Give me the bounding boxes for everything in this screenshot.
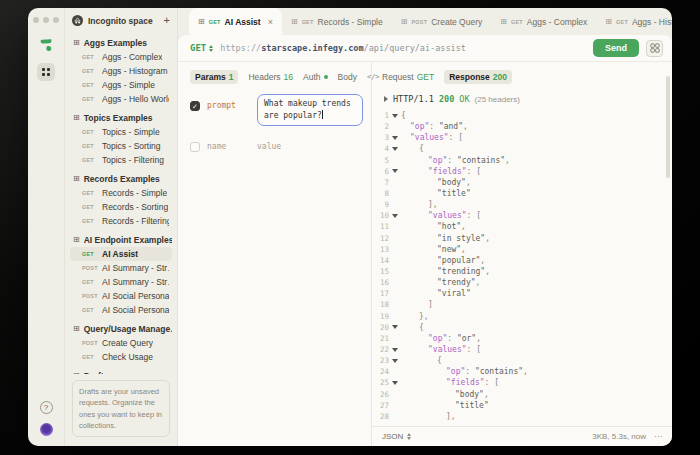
line-number: 27 — [374, 401, 389, 410]
line-number: 12 — [374, 234, 389, 243]
http-status-line[interactable]: HTTP/1.1 200 OK (25 headers) — [372, 94, 672, 104]
request-label: AI Summary - Str… — [102, 277, 169, 287]
line-number: 8 — [374, 189, 389, 198]
format-dropdown[interactable]: JSON — [382, 432, 403, 441]
param-name[interactable]: prompt — [207, 101, 257, 110]
collection-icon: ⊞ — [198, 18, 205, 26]
sidebar-request-item[interactable]: GET Records - Sorting — [70, 200, 172, 214]
workspace-header[interactable]: Incognito space + — [65, 8, 177, 33]
request-tab[interactable]: ⊞ GET Records - Simple — [282, 8, 392, 35]
request-tab[interactable]: ⊞ GET Aggs - Complex — [491, 8, 596, 35]
sidebar-request-item[interactable]: POST AI Social Persona… — [70, 289, 172, 303]
collapse-caret-icon[interactable] — [392, 325, 398, 329]
line-number: 21 — [374, 334, 389, 343]
window-controls — [33, 17, 59, 23]
zoom-window-button[interactable] — [53, 17, 59, 23]
param-enabled-checkbox[interactable] — [190, 142, 200, 152]
sidebar-folder-item[interactable]: ⊞ Aggs Examples — [70, 36, 172, 50]
sidebar-folder-item[interactable]: ⊞ Drafts — [70, 369, 172, 374]
sidebar-request-item[interactable]: GET Records - Filtering — [70, 214, 172, 228]
sidebar-folder-item[interactable]: ⊞ Topics Examples — [70, 111, 172, 125]
close-window-button[interactable] — [33, 17, 39, 23]
collapse-caret-icon[interactable] — [392, 136, 398, 140]
sidebar-request-item[interactable]: GET Records - Simple — [70, 186, 172, 200]
sidebar-request-item[interactable]: GET AI Summary - Str… — [70, 275, 172, 289]
line-number: 6 — [374, 167, 389, 176]
sidebar-request-item[interactable]: GET Topics - Simple — [70, 125, 172, 139]
collapse-caret-icon[interactable] — [392, 381, 398, 385]
layout-grid-button[interactable] — [646, 40, 663, 57]
request-label: Topics - Filtering — [102, 155, 164, 165]
sidebar-request-item[interactable]: GET Topics - Sorting — [70, 139, 172, 153]
param-value-input[interactable]: What makeup trends are popular? — [257, 94, 363, 126]
close-tab-icon[interactable]: × — [268, 17, 273, 27]
sidebar-request-item[interactable]: GET AI Social Persona… — [70, 303, 172, 317]
apps-grid-button[interactable] — [37, 63, 55, 81]
method-dropdown[interactable]: GET — [190, 43, 213, 53]
url-input[interactable]: https://starscape.infegy.com/api/query/a… — [220, 43, 466, 53]
config-tab[interactable]: Params 1 — [190, 70, 238, 84]
sidebar-request-item[interactable]: GET Aggs - Hello World — [70, 92, 172, 106]
collapse-caret-icon[interactable] — [392, 147, 398, 151]
sidebar-folder-item[interactable]: ⊞ Records Examples — [70, 172, 172, 186]
minimize-window-button[interactable] — [43, 17, 49, 23]
method-chip: GET — [616, 19, 628, 25]
method-chip: GET — [302, 19, 314, 25]
scrollbar-thumb[interactable] — [666, 76, 670, 178]
collapse-caret-icon[interactable] — [392, 169, 398, 173]
question-icon: ? — [44, 403, 48, 412]
incognito-icon — [72, 15, 83, 26]
sidebar-request-item[interactable]: GET Aggs - Simple — [70, 78, 172, 92]
config-tab-label: Auth — [303, 72, 321, 82]
method-chip: GET — [209, 19, 221, 25]
sidebar-request-item[interactable]: GET Aggs - Histogram — [70, 64, 172, 78]
code-line-content: "title" — [401, 189, 471, 198]
param-enabled-checkbox[interactable]: ✓ — [190, 101, 200, 111]
sidebar-request-item[interactable]: POST Create Query — [70, 336, 172, 350]
sidebar-folder-item[interactable]: ⊞ AI Endpoint Examples — [70, 233, 172, 247]
sidebar-request-item[interactable]: POST AI Summary - Str… — [70, 261, 172, 275]
collapse-caret-icon[interactable] — [392, 359, 398, 363]
response-body-viewer[interactable]: 1 { 2 "op": "and", — [372, 110, 672, 426]
url-bar: GET https://starscape.infegy.com/api/que… — [178, 35, 672, 62]
sidebar-folder-item[interactable]: ⊞ Query/Usage Manage… — [70, 322, 172, 336]
collapse-caret-icon[interactable] — [392, 114, 398, 118]
param-value-placeholder[interactable]: value — [257, 142, 281, 151]
tab-bar: ⊞ GET AI Assist × ⊞ GET Records - Simple… — [178, 8, 672, 35]
config-tab[interactable]: Headers 16 — [248, 70, 293, 84]
request-label: Topics - Simple — [102, 127, 160, 137]
response-tab[interactable]: Request GET — [382, 70, 434, 84]
param-name-placeholder[interactable]: name — [207, 142, 257, 151]
response-tab[interactable]: Response 200 — [444, 70, 512, 84]
code-line: 28 ], — [374, 411, 672, 422]
response-tab-badge: GET — [417, 72, 434, 82]
help-button[interactable]: ? — [40, 401, 53, 414]
code-line-content: }, — [401, 312, 429, 321]
account-avatar[interactable] — [40, 423, 53, 436]
more-options-icon[interactable]: ⋯ — [654, 432, 662, 441]
sidebar-request-item[interactable]: GET AI Assist — [70, 247, 172, 261]
code-line-content: "values": [ — [401, 345, 481, 354]
collapse-caret-icon[interactable] — [392, 348, 398, 352]
request-label: Records - Sorting — [102, 202, 168, 212]
sidebar-request-item[interactable]: GET Check Usage — [70, 350, 172, 364]
config-tab[interactable]: Body — [338, 70, 357, 84]
sidebar-request-item[interactable]: GET Aggs - Complex — [70, 50, 172, 64]
line-number: 13 — [374, 245, 389, 254]
collapse-caret-icon[interactable] — [392, 214, 398, 218]
sidebar-request-item[interactable]: GET Topics - Filtering — [70, 153, 172, 167]
code-line: 12 "in style", — [374, 233, 672, 244]
config-tab-label: Params — [195, 72, 226, 82]
config-tab[interactable]: Auth — [303, 70, 328, 84]
code-line-content: "hot", — [401, 222, 466, 231]
app-logo-icon — [38, 37, 54, 53]
request-tab[interactable]: ⊞ GET AI Assist × — [189, 8, 282, 35]
new-request-button[interactable]: + — [164, 15, 170, 26]
line-number: 2 — [374, 122, 389, 131]
response-tabs: Request GET Response 200 — [372, 70, 672, 84]
param-row: ✓ prompt What makeup trends are popular? — [190, 94, 363, 126]
request-tab[interactable]: ⊞ POST Create Query — [392, 8, 492, 35]
line-number: 4 — [374, 144, 389, 153]
send-button[interactable]: Send — [593, 39, 639, 57]
request-tab[interactable]: ⊞ GET Aggs - Histogram — [596, 8, 672, 35]
